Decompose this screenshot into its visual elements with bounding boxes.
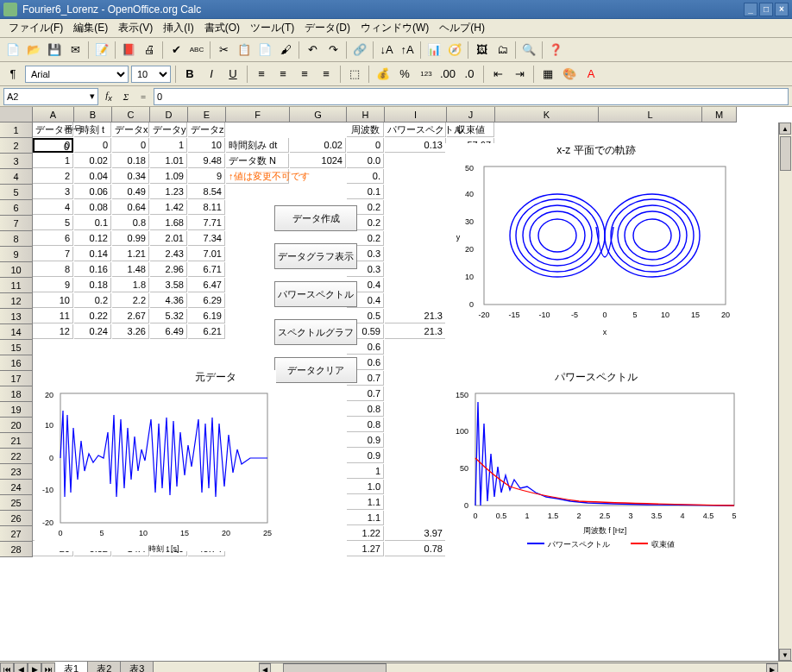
cell-B12[interactable]: 0.2 <box>74 293 111 308</box>
col-header-F[interactable]: F <box>226 107 290 122</box>
cell-B11[interactable]: 0.18 <box>74 278 111 292</box>
sort-desc-icon[interactable]: ↑A <box>398 41 417 60</box>
cell-C1[interactable]: データx <box>112 122 149 137</box>
copy-icon[interactable]: 📋 <box>235 41 254 60</box>
cell-E1[interactable]: データz <box>188 122 225 137</box>
minimize-button[interactable]: _ <box>744 3 757 16</box>
row-header-19[interactable]: 19 <box>0 402 32 418</box>
new-icon[interactable]: 📄 <box>3 41 22 60</box>
cell-D1[interactable]: データy <box>150 122 187 137</box>
cell-B4[interactable]: 0.04 <box>74 169 111 184</box>
col-header-K[interactable]: K <box>495 107 599 122</box>
menu-edit[interactable]: 編集(E) <box>68 19 113 37</box>
cell-I1[interactable]: パワースペクトル <box>385 122 446 137</box>
cell-I27[interactable]: 3.97 <box>385 526 446 541</box>
col-header-G[interactable]: G <box>290 107 347 122</box>
cell-H1[interactable]: 周波数 <box>347 122 384 137</box>
vertical-scrollbar[interactable]: ▲ ▼ <box>778 122 792 661</box>
power-spectrum-button[interactable]: パワースペクトル <box>274 281 357 307</box>
cell-H28[interactable]: 1.27 <box>347 542 384 556</box>
col-header-C[interactable]: C <box>112 107 150 122</box>
cell-H19[interactable]: 0.8 <box>347 402 384 417</box>
chart-xz-trajectory[interactable]: x-z 平面での軌跡 <box>445 143 747 342</box>
cell-H18[interactable]: 0.7 <box>347 386 384 401</box>
fx-icon[interactable]: fx <box>102 90 116 103</box>
cell-E8[interactable]: 7.34 <box>188 231 225 246</box>
spreadsheet-grid[interactable]: ABCDEFGHIJKLM 12345678910111213141516171… <box>0 107 792 672</box>
cell-G2[interactable]: 0.02 <box>290 138 346 153</box>
abc-icon[interactable]: ABC <box>187 41 206 60</box>
help-icon[interactable]: ❓ <box>546 41 565 60</box>
cell-C10[interactable]: 1.48 <box>112 262 149 277</box>
menu-window[interactable]: ウィンドウ(W) <box>355 19 434 37</box>
edit-icon[interactable]: 📝 <box>92 41 111 60</box>
row-header-1[interactable]: 1 <box>0 122 32 138</box>
col-header-I[interactable]: I <box>385 107 447 122</box>
cell-A11[interactable]: 9 <box>33 278 73 292</box>
menu-data[interactable]: データ(D) <box>299 19 355 37</box>
cell-D3[interactable]: 1.01 <box>150 154 187 168</box>
email-icon[interactable]: ✉ <box>66 41 85 60</box>
row-header-11[interactable]: 11 <box>0 278 32 293</box>
cell-F2[interactable]: 時間刻み dt <box>226 138 289 153</box>
brush-icon[interactable]: 🖌 <box>276 41 295 60</box>
cell-E6[interactable]: 8.11 <box>188 200 225 215</box>
indent-inc-icon[interactable]: ⇥ <box>510 65 529 84</box>
bold-icon[interactable]: B <box>180 65 199 84</box>
cell-A12[interactable]: 10 <box>33 293 73 308</box>
cell-C3[interactable]: 0.18 <box>112 154 149 168</box>
row-headers[interactable]: 1234567891011121314151617181920212223242… <box>0 122 33 557</box>
selected-cell[interactable]: 0 <box>33 138 73 153</box>
cell-H5[interactable]: 0.1 <box>347 185 384 199</box>
formula-input[interactable]: 0 <box>154 88 789 105</box>
cell-E7[interactable]: 7.71 <box>188 216 225 230</box>
cell-E11[interactable]: 6.47 <box>188 278 225 292</box>
align-justify-icon[interactable]: ≡ <box>317 65 336 84</box>
cell-H20[interactable]: 0.8 <box>347 418 384 432</box>
cell-D7[interactable]: 1.68 <box>150 216 187 230</box>
spellcheck-icon[interactable]: ✔ <box>167 41 185 60</box>
sheet-tab-2[interactable]: 表2 <box>88 662 121 672</box>
maximize-button[interactable]: □ <box>759 3 773 16</box>
cell-J1[interactable]: 収束値 <box>447 122 494 137</box>
align-center-icon[interactable]: ≡ <box>273 65 292 84</box>
spectrum-graph-button[interactable]: スペクトルグラフ <box>274 319 357 345</box>
cell-D5[interactable]: 1.23 <box>150 185 187 199</box>
cell-F4[interactable]: ↑値は変更不可です <box>226 169 289 184</box>
row-header-5[interactable]: 5 <box>0 185 32 200</box>
menu-tools[interactable]: ツール(T) <box>245 19 299 37</box>
cell-B14[interactable]: 0.24 <box>74 324 111 339</box>
data-graph-button[interactable]: データグラフ表示 <box>274 243 357 269</box>
select-all-corner[interactable] <box>0 107 33 122</box>
cell-B5[interactable]: 0.06 <box>74 185 111 199</box>
cell-D8[interactable]: 2.01 <box>150 231 187 246</box>
cell-A14[interactable]: 12 <box>33 324 73 339</box>
cut-icon[interactable]: ✂ <box>214 41 233 60</box>
chart-timeseries[interactable]: 元データ 0510152025 -20-1001020 時刻 t [s] <box>35 370 276 551</box>
cell-A4[interactable]: 2 <box>33 169 73 184</box>
cell-A13[interactable]: 11 <box>33 309 73 323</box>
cell-H24[interactable]: 1.0 <box>347 480 384 494</box>
row-header-26[interactable]: 26 <box>0 511 32 526</box>
row-header-22[interactable]: 22 <box>0 449 32 464</box>
italic-icon[interactable]: I <box>202 65 221 84</box>
cell-H26[interactable]: 1.1 <box>347 511 384 525</box>
cell-B8[interactable]: 0.12 <box>74 231 111 246</box>
cell-B6[interactable]: 0.08 <box>74 200 111 215</box>
currency-icon[interactable]: 💰 <box>374 65 393 84</box>
cell-E5[interactable]: 8.54 <box>188 185 225 199</box>
cell-C8[interactable]: 0.99 <box>112 231 149 246</box>
menu-format[interactable]: 書式(O) <box>199 19 245 37</box>
horizontal-scrollbar[interactable]: ◀▶ <box>259 663 778 672</box>
col-header-H[interactable]: H <box>347 107 385 122</box>
cell-E13[interactable]: 6.19 <box>188 309 225 323</box>
indent-dec-icon[interactable]: ⇤ <box>488 65 507 84</box>
cell-D4[interactable]: 1.09 <box>150 169 187 184</box>
cell-E14[interactable]: 6.21 <box>188 324 225 339</box>
undo-icon[interactable]: ↶ <box>303 41 322 60</box>
sheet-tab-3[interactable]: 表3 <box>121 662 154 672</box>
cell-H25[interactable]: 1.1 <box>347 495 384 510</box>
row-header-7[interactable]: 7 <box>0 216 32 231</box>
cell-D6[interactable]: 1.42 <box>150 200 187 215</box>
row-header-17[interactable]: 17 <box>0 371 32 386</box>
